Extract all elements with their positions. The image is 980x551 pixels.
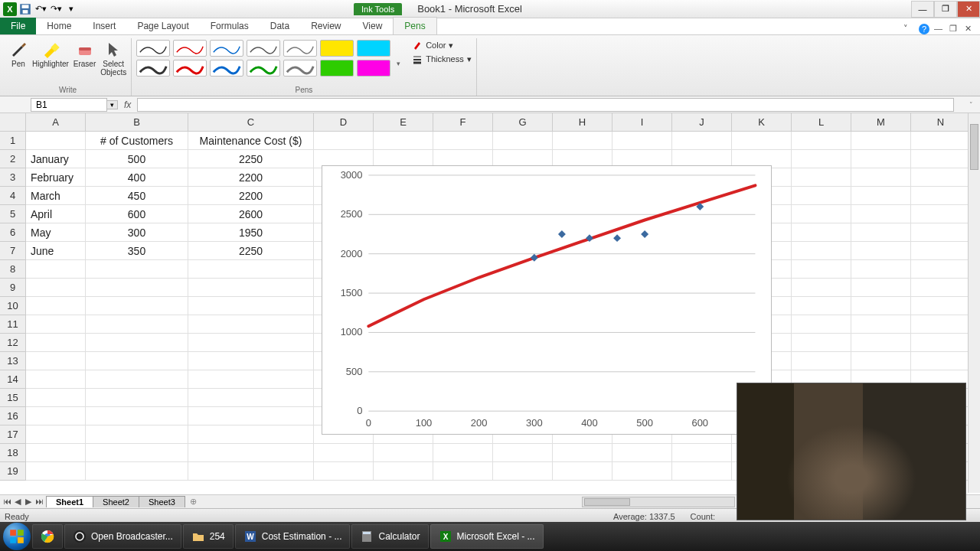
row-header[interactable]: 3: [0, 168, 26, 187]
pen-preset-6[interactable]: [136, 60, 170, 77]
cell[interactable]: 2200: [188, 168, 314, 187]
sheet-tab-3[interactable]: Sheet3: [139, 496, 185, 507]
column-header[interactable]: A: [26, 113, 86, 132]
column-header[interactable]: J: [672, 113, 732, 132]
row-header[interactable]: 17: [0, 425, 26, 444]
cell[interactable]: [314, 444, 374, 462]
cell[interactable]: [911, 352, 971, 370]
cell[interactable]: [612, 132, 672, 150]
cell[interactable]: [26, 425, 86, 444]
cell[interactable]: [851, 150, 911, 168]
highlighter-cyan[interactable]: [357, 40, 390, 57]
cell[interactable]: 350: [86, 242, 188, 260]
cell[interactable]: [86, 425, 188, 444]
cell[interactable]: [86, 315, 188, 334]
highlighter-tool[interactable]: Highlighter: [32, 40, 69, 68]
cell[interactable]: February: [26, 168, 86, 187]
taskbar-calculator[interactable]: Calculator: [351, 524, 428, 549]
cell[interactable]: [851, 297, 911, 315]
pen-preset-3[interactable]: [210, 40, 243, 57]
cell[interactable]: [911, 334, 971, 352]
cell[interactable]: [26, 389, 86, 407]
sheet-tab-2[interactable]: Sheet2: [93, 496, 139, 507]
cell[interactable]: 2250: [188, 150, 314, 168]
cell[interactable]: [26, 462, 86, 481]
cell[interactable]: [314, 132, 374, 150]
row-header[interactable]: 8: [0, 260, 26, 279]
pen-preset-2[interactable]: [173, 40, 207, 57]
pen-gallery-more-icon[interactable]: ▾: [394, 60, 403, 77]
cell[interactable]: [26, 260, 86, 279]
pen-color-dropdown[interactable]: Color ▾: [412, 40, 472, 51]
cell[interactable]: 2200: [188, 187, 314, 205]
cell[interactable]: [188, 425, 314, 444]
taskbar-excel[interactable]: XMicrosoft Excel - ...: [430, 524, 544, 549]
cell[interactable]: Maintenance Cost ($): [188, 132, 314, 150]
row-header[interactable]: 2: [0, 150, 26, 168]
cell[interactable]: [188, 334, 314, 352]
workbook-close-icon[interactable]: ✕: [965, 24, 975, 34]
pen-preset-4[interactable]: [247, 40, 280, 57]
minimize-button[interactable]: —: [911, 1, 934, 18]
cell[interactable]: [672, 444, 732, 462]
cell[interactable]: [26, 334, 86, 352]
maximize-button[interactable]: ❐: [934, 1, 957, 18]
cell[interactable]: 500: [86, 150, 188, 168]
cell[interactable]: [188, 370, 314, 389]
pen-preset-1[interactable]: [136, 40, 170, 57]
column-header[interactable]: I: [612, 113, 672, 132]
tab-home[interactable]: Home: [36, 18, 82, 34]
cell[interactable]: March: [26, 187, 86, 205]
tab-view[interactable]: View: [352, 18, 394, 34]
cell[interactable]: [792, 242, 851, 260]
row-header[interactable]: 7: [0, 242, 26, 260]
cell[interactable]: [851, 187, 911, 205]
highlighter-magenta[interactable]: [357, 60, 390, 77]
column-header[interactable]: G: [493, 113, 553, 132]
cell[interactable]: [493, 132, 553, 150]
cell[interactable]: [612, 444, 672, 462]
cell[interactable]: [26, 444, 86, 462]
row-header[interactable]: 19: [0, 462, 26, 481]
cell[interactable]: [86, 260, 188, 279]
cell[interactable]: [86, 407, 188, 425]
cell[interactable]: January: [26, 150, 86, 168]
cell[interactable]: [188, 315, 314, 334]
cell[interactable]: [86, 334, 188, 352]
cell[interactable]: [188, 462, 314, 481]
row-header[interactable]: 6: [0, 223, 26, 242]
workbook-restore-icon[interactable]: ❐: [949, 24, 960, 34]
column-header[interactable]: N: [911, 113, 971, 132]
cell[interactable]: [792, 260, 851, 279]
cell[interactable]: June: [26, 242, 86, 260]
cell[interactable]: [851, 315, 911, 334]
cell[interactable]: [792, 223, 851, 242]
cell[interactable]: [851, 334, 911, 352]
row-header[interactable]: 12: [0, 334, 26, 352]
row-header[interactable]: 15: [0, 389, 26, 407]
pen-preset-8[interactable]: [210, 60, 243, 77]
pen-preset-9[interactable]: [247, 60, 280, 77]
cell[interactable]: [86, 370, 188, 389]
cell[interactable]: [188, 297, 314, 315]
column-header[interactable]: F: [433, 113, 493, 132]
cell[interactable]: 600: [86, 205, 188, 223]
cell[interactable]: [493, 444, 553, 462]
cell[interactable]: [792, 132, 851, 150]
cell[interactable]: [86, 462, 188, 481]
cell[interactable]: [851, 205, 911, 223]
tab-page-layout[interactable]: Page Layout: [126, 18, 199, 34]
cell[interactable]: [26, 352, 86, 370]
cell[interactable]: # of Customers: [86, 132, 188, 150]
pen-preset-10[interactable]: [283, 60, 317, 77]
qat-customize-icon[interactable]: ▾: [64, 2, 78, 16]
save-icon[interactable]: [18, 2, 32, 16]
pen-preset-7[interactable]: [173, 60, 207, 77]
file-tab[interactable]: File: [0, 18, 36, 34]
highlighter-green[interactable]: [320, 60, 354, 77]
cell[interactable]: [792, 187, 851, 205]
row-header[interactable]: 18: [0, 444, 26, 462]
tab-data[interactable]: Data: [260, 18, 300, 34]
start-button[interactable]: [3, 523, 31, 550]
row-header[interactable]: 11: [0, 315, 26, 334]
